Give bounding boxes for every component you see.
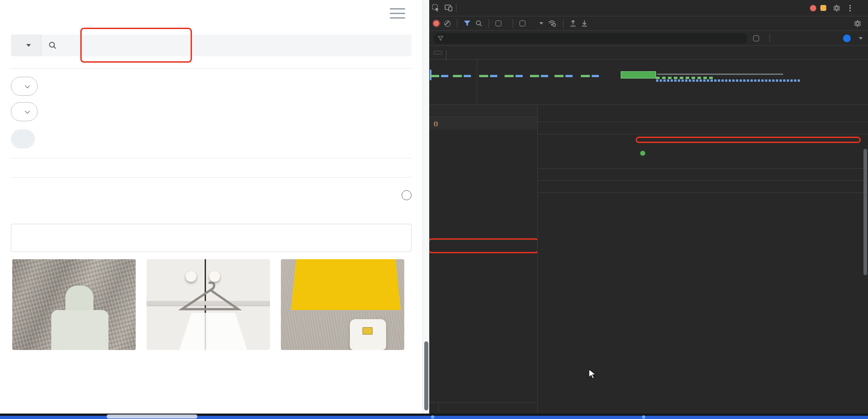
device-toolbar-icon[interactable]	[442, 2, 455, 14]
annotation-selected-request	[429, 238, 537, 253]
product-grid	[12, 259, 422, 350]
throttling-dropdown[interactable]	[535, 22, 543, 25]
devtools-topbar-right	[810, 2, 868, 14]
filter-pill[interactable]	[11, 77, 38, 96]
divider	[770, 34, 770, 43]
search-input[interactable]	[61, 41, 393, 50]
results-row	[11, 190, 412, 200]
more-filters-dropdown[interactable]	[843, 35, 864, 42]
hanger-icon	[176, 281, 244, 314]
record-network-log-icon[interactable]	[433, 20, 439, 26]
detail-tabs	[549, 105, 559, 122]
header-row-status-code	[538, 148, 868, 159]
hamburger-menu-icon[interactable]	[390, 8, 405, 19]
request-row[interactable]: {}	[429, 117, 537, 129]
more-options-icon[interactable]	[845, 5, 855, 11]
request-headers-section-header[interactable]	[538, 181, 868, 193]
help-icon[interactable]	[402, 190, 412, 200]
network-settings-gear-icon[interactable]	[851, 18, 864, 30]
product-photo-1[interactable]	[12, 259, 136, 350]
network-status-bar	[429, 402, 537, 413]
active-filter-tag[interactable]	[11, 129, 35, 148]
error-icon	[810, 5, 816, 11]
product-photo-3[interactable]	[281, 259, 404, 350]
taskbar-app-icon[interactable]	[431, 415, 434, 419]
divider	[11, 68, 412, 69]
page-scrollbar-thumb[interactable]	[424, 341, 428, 410]
devtools-tabs	[459, 0, 469, 16]
network-main: {}	[429, 105, 868, 413]
inspect-element-icon[interactable]	[429, 2, 442, 14]
devtools-panel: {}	[429, 0, 868, 414]
disable-cache-checkbox[interactable]	[520, 20, 525, 26]
request-list-name-header[interactable]	[429, 105, 537, 117]
windows-taskbar[interactable]	[0, 414, 868, 419]
detail-scrollbar[interactable]	[863, 123, 868, 413]
detail-tab[interactable]	[549, 105, 559, 122]
preserve-log-checkbox[interactable]	[495, 20, 501, 26]
header-row-request-url	[538, 137, 868, 145]
console-warnings-badge[interactable]	[820, 5, 828, 11]
settings-gear-icon[interactable]	[830, 2, 843, 14]
divider	[513, 19, 513, 28]
export-har-icon[interactable]	[581, 20, 588, 27]
devtools-tab[interactable]	[459, 0, 469, 16]
divider	[563, 19, 564, 28]
divider	[457, 19, 457, 28]
warning-icon	[820, 5, 826, 11]
detail-scrollbar-thumb[interactable]	[863, 149, 867, 275]
vinted-page	[0, 0, 422, 414]
catalogue-dropdown[interactable]	[11, 35, 41, 56]
network-toolbar	[429, 16, 868, 31]
request-type-chips	[429, 46, 868, 59]
search-results-label-wrap	[397, 190, 412, 200]
transferred-size	[438, 403, 537, 413]
search-network-icon[interactable]	[476, 20, 482, 27]
annotation-request-url	[636, 137, 861, 143]
status-ok-dot-icon	[640, 151, 645, 156]
page-scrollbar[interactable]	[422, 0, 429, 414]
divider	[489, 19, 489, 28]
invert-checkbox[interactable]	[753, 35, 759, 41]
screenshot-root: {}	[0, 0, 868, 419]
request-rows: {}	[429, 117, 537, 129]
search-field-area	[41, 41, 401, 50]
filter-input[interactable]	[446, 35, 743, 41]
vinted-header	[0, 0, 422, 26]
divider	[11, 177, 412, 177]
filter-pill[interactable]	[11, 102, 38, 121]
search-icon	[49, 41, 57, 49]
request-header-row	[538, 216, 868, 218]
filter-funnel-icon[interactable]	[464, 20, 471, 26]
chevron-down-icon	[539, 22, 543, 25]
taskbar-app-icon[interactable]	[642, 415, 645, 419]
network-conditions-icon[interactable]	[548, 20, 557, 27]
import-har-icon[interactable]	[570, 20, 576, 27]
search-bar	[11, 35, 412, 56]
active-filters	[11, 129, 422, 148]
devtools-topbar	[429, 0, 868, 16]
search-bar-wrap	[11, 35, 412, 56]
clear-network-log-icon[interactable]	[444, 20, 451, 27]
chevron-down-icon	[26, 44, 31, 47]
headers-panel	[538, 122, 868, 413]
network-overview-timeline[interactable]	[429, 59, 868, 105]
response-headers-section-header[interactable]	[538, 168, 868, 181]
console-errors-badge[interactable]	[810, 5, 818, 11]
json-response-icon: {}	[434, 121, 438, 126]
general-section	[538, 134, 868, 168]
product-photo-2[interactable]	[147, 259, 270, 350]
taskbar-search-pill[interactable]	[107, 414, 197, 419]
request-detail-pane	[538, 105, 868, 413]
general-section-header[interactable]	[538, 122, 868, 134]
request-type-chip[interactable]	[433, 51, 442, 54]
more-filters-count-badge	[843, 35, 851, 42]
timeline-tick-label	[429, 59, 477, 104]
shipping-banner	[11, 224, 412, 252]
filter-funnel-icon	[438, 36, 443, 41]
chevron-down-icon	[25, 108, 30, 113]
chevron-down-icon	[25, 83, 30, 88]
invert-filter	[753, 35, 762, 41]
timeline-ticks	[429, 59, 868, 104]
divider	[11, 158, 412, 158]
